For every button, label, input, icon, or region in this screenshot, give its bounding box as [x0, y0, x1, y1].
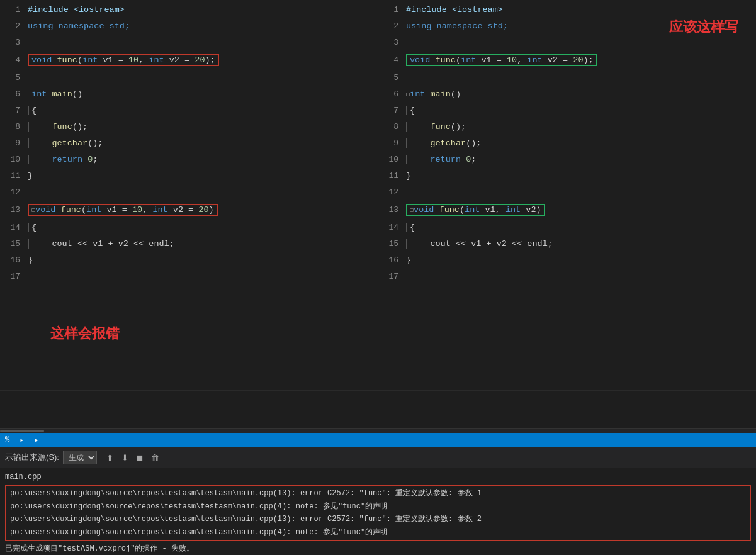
code-line-6: 6 ⊟int main()	[0, 86, 378, 102]
app-container: 1 #include <iostream> 2 using namespace …	[0, 0, 756, 555]
r-line-num-14: 14	[378, 223, 406, 232]
output-error-line-4: po:\users\duxingdong\source\repos\testas…	[10, 526, 746, 539]
r-line-num-17: 17	[378, 272, 406, 281]
output-error-line-3: po:\users\duxingdong\source\repos\testas…	[10, 513, 746, 525]
r-line-num-16: 16	[378, 255, 406, 265]
statusbar-arrow2: ▸	[34, 435, 38, 445]
code-line-7: 7 {	[0, 102, 378, 118]
r-line-content-2: using namespace std;	[406, 21, 508, 31]
main-code-area: 1 #include <iostream> 2 using namespace …	[0, 0, 756, 390]
code-line-4: 4 void func(int v1 = 10, int v2 = 20);	[0, 50, 378, 69]
scroll-thumb[interactable]	[0, 430, 44, 432]
output-btn-3[interactable]: ⏹	[133, 451, 147, 464]
line-content-11: }	[28, 171, 33, 181]
code-line-9: 9 getchar();	[0, 135, 378, 151]
output-btn-4[interactable]: 🗑	[149, 451, 162, 464]
r-code-line-8: 8 func();	[378, 118, 756, 135]
output-error-block: po:\users\duxingdong\source\repos\testas…	[5, 485, 751, 541]
line-num-6: 6	[0, 89, 28, 99]
r-line-content-8: func();	[406, 122, 466, 132]
r-line-num-8: 8	[378, 122, 406, 132]
r-line-num-12: 12	[378, 188, 406, 197]
code-line-13: 13 ⊟void func(int v1 = 10, int v2 = 20)	[0, 200, 378, 219]
line-num-11: 11	[0, 171, 28, 181]
scroll-area	[0, 428, 756, 433]
r-line-num-7: 7	[378, 106, 406, 115]
line-content-16: }	[28, 255, 33, 265]
code-line-16: 16 }	[0, 252, 378, 268]
output-error-line-1: po:\users\duxingdong\source\repos\testas…	[10, 487, 746, 500]
r-line-content-15: cout << v1 + v2 << endl;	[406, 239, 553, 249]
r-code-line-4: 4 void func(int v1 = 10, int v2 = 20);	[378, 50, 756, 69]
r-line-content-13-box: ⊟void func(int v1, int v2)	[406, 204, 545, 216]
line-content-9: getchar();	[28, 138, 103, 148]
r-line-content-14: {	[406, 223, 415, 232]
error-label: 这样会报错	[50, 324, 120, 343]
r-code-line-16: 16 }	[378, 252, 756, 268]
r-code-line-6: 6 ⊟int main()	[378, 86, 756, 102]
r-code-line-13: 13 ⊟void func(int v1, int v2)	[378, 200, 756, 219]
r-line-num-10: 10	[378, 155, 406, 164]
output-content: main.cpp po:\users\duxingdong\source\rep…	[0, 468, 756, 555]
line-num-2: 2	[0, 21, 28, 31]
line-num-12: 12	[0, 188, 28, 197]
r-line-content-10: return 0;	[406, 155, 476, 164]
line-num-7: 7	[0, 106, 28, 115]
right-panel: 1 #include <iostream> 2 using namespace …	[378, 0, 756, 390]
r-line-num-11: 11	[378, 171, 406, 181]
r-line-content-1: #include <iostream>	[406, 5, 503, 14]
r-code-line-14: 14 {	[378, 219, 756, 235]
code-line-12: 12	[0, 184, 378, 200]
correct-label: 应该这样写	[669, 18, 738, 36]
line-num-16: 16	[0, 255, 28, 265]
line-num-4: 4	[0, 55, 28, 65]
line-num-13: 13	[0, 205, 28, 215]
r-code-line-10: 10 return 0;	[378, 151, 756, 167]
line-num-17: 17	[0, 272, 28, 281]
r-line-num-13: 13	[378, 205, 406, 215]
code-line-2: 2 using namespace std;	[0, 18, 378, 34]
r-line-num-3: 3	[378, 38, 406, 47]
separator-area	[0, 390, 756, 428]
line-content-10: return 0;	[28, 155, 98, 164]
r-line-num-4: 4	[378, 55, 406, 65]
code-line-14: 14 {	[0, 219, 378, 235]
line-content-7: {	[28, 106, 37, 115]
r-line-num-1: 1	[378, 5, 406, 14]
output-btn-2[interactable]: ⬇	[118, 451, 132, 464]
output-toolbar: ⬆ ⬇ ⏹ 🗑	[103, 451, 162, 464]
line-content-3	[28, 38, 33, 47]
r-line-num-6: 6	[378, 89, 406, 99]
line-num-9: 9	[0, 138, 28, 148]
r-code-line-9: 9 getchar();	[378, 135, 756, 151]
r-code-line-7: 7 {	[378, 102, 756, 118]
line-num-1: 1	[0, 5, 28, 14]
output-header: 示输出来源(S): 生成 ⬆ ⬇ ⏹ 🗑	[0, 447, 756, 468]
output-statusbar: % ▸ ▸	[0, 433, 756, 447]
code-line-1: 1 #include <iostream>	[0, 1, 378, 18]
r-code-line-5: 5	[378, 69, 756, 86]
line-content-1: #include <iostream>	[28, 5, 125, 14]
line-content-6: ⊟int main()	[28, 89, 82, 99]
output-error-line-2: po:\users\duxingdong\source\repos\testas…	[10, 500, 746, 513]
output-btn-1[interactable]: ⬆	[103, 451, 117, 464]
r-code-line-12: 12	[378, 184, 756, 200]
r-line-num-15: 15	[378, 239, 406, 249]
line-content-15: cout << v1 + v2 << endl;	[28, 239, 174, 249]
r-code-line-1: 1 #include <iostream>	[378, 1, 756, 18]
output-summary: 已完成生成项目"testASM.vcxproj"的操作 - 失败。	[5, 542, 751, 555]
line-num-14: 14	[0, 223, 28, 232]
line-num-3: 3	[0, 38, 28, 47]
output-header-label: 示输出来源(S):	[5, 452, 59, 463]
left-code-block: 1 #include <iostream> 2 using namespace …	[0, 0, 378, 284]
line-num-8: 8	[0, 122, 28, 132]
r-line-content-11: }	[406, 171, 411, 181]
line-content-4-box: void func(int v1 = 10, int v2 = 20);	[28, 54, 219, 66]
line-content-8: func();	[28, 122, 87, 132]
r-line-content-7: {	[406, 106, 415, 115]
code-line-5: 5	[0, 69, 378, 86]
statusbar-percent: %	[5, 435, 9, 444]
line-content-2: using namespace std;	[28, 21, 130, 31]
r-line-content-16: }	[406, 255, 411, 265]
output-source-select[interactable]: 生成	[63, 451, 97, 464]
